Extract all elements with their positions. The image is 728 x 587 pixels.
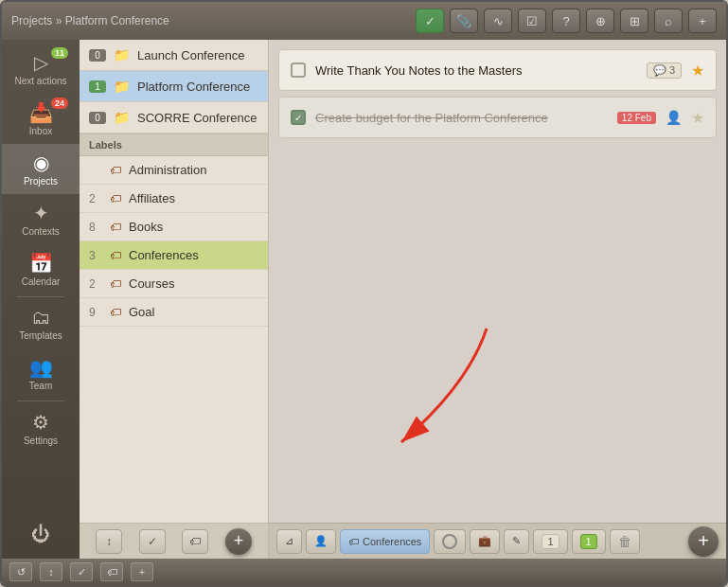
- courses-tag-icon: 🏷: [110, 277, 121, 291]
- platform-folder-icon: 📁: [114, 79, 130, 94]
- scorre-label: SCORRE Conference: [137, 111, 257, 125]
- refresh-btn[interactable]: ↺: [9, 562, 32, 581]
- panel-add-btn[interactable]: +: [225, 528, 252, 555]
- toolbar: Projects » Platform Conference ✓ 📎 ∿ ☑ ?…: [2, 2, 726, 40]
- num-green-btn[interactable]: 1: [572, 529, 606, 554]
- sidebar-item-templates[interactable]: 🗂 Templates: [2, 299, 80, 348]
- task-checkbox-2[interactable]: ✓: [291, 110, 306, 125]
- project-item-platform[interactable]: 1 📁 Platform Conference: [80, 71, 268, 102]
- toolbar-grid-btn[interactable]: ⊞: [620, 9, 648, 33]
- task-item-write-thank-you[interactable]: Write Thank You Notes to the Masters 💬 3…: [278, 49, 717, 91]
- sidebar-label-calendar: Calendar: [22, 276, 61, 287]
- project-item-scorre[interactable]: 0 📁 SCORRE Conference: [80, 102, 268, 133]
- goal-tag-icon: 🏷: [110, 306, 121, 319]
- templates-icon: 🗂: [31, 307, 50, 329]
- trash-icon: 🗑: [618, 534, 631, 549]
- courses-label: Courses: [129, 276, 174, 291]
- edit-icon: ✎: [512, 535, 521, 547]
- label-item-conferences[interactable]: 3 🏷 Conferences: [80, 241, 268, 270]
- project-panel-bottom: ↕ ✓ 🏷 +: [80, 523, 268, 559]
- main-layout: ▷ 11 Next actions 📥 24 Inbox ◉ Projects …: [2, 40, 726, 559]
- status-add-btn[interactable]: +: [131, 562, 153, 581]
- launch-badge: 0: [89, 49, 106, 62]
- task-star-2[interactable]: ★: [691, 109, 704, 127]
- settings-icon: ⚙: [32, 411, 49, 434]
- sidebar-item-projects[interactable]: ◉ Projects: [2, 144, 80, 194]
- toolbar-search-btn[interactable]: ⌕: [654, 9, 683, 33]
- trash-btn[interactable]: 🗑: [610, 529, 640, 554]
- label-item-books[interactable]: 8 🏷 Books: [80, 213, 268, 241]
- status-tag-btn[interactable]: 🏷: [100, 562, 123, 581]
- conferences-tag-icon: 🏷: [110, 249, 121, 262]
- toolbar-plus-btn[interactable]: +: [688, 9, 717, 33]
- breadcrumb-current: Platform Conference: [65, 14, 169, 27]
- affiliates-tag-icon: 🏷: [110, 192, 121, 205]
- task-date-badge: 12 Feb: [617, 112, 656, 124]
- content-add-btn[interactable]: +: [688, 526, 719, 557]
- task-text-1: Write Thank You Notes to the Masters: [315, 63, 637, 78]
- goal-label: Goal: [129, 305, 154, 319]
- books-tag-icon: 🏷: [110, 221, 121, 234]
- sidebar-item-contexts[interactable]: ✦ Contexts: [2, 194, 80, 244]
- label-item-goal[interactable]: 9 🏷 Goal: [80, 298, 268, 327]
- task-star-1[interactable]: ★: [691, 62, 704, 80]
- sidebar-label-settings: Settings: [24, 436, 58, 446]
- content-area: Write Thank You Notes to the Masters 💬 3…: [269, 40, 726, 559]
- task-list: Write Thank You Notes to the Masters 💬 3…: [269, 40, 726, 291]
- label-item-affiliates[interactable]: 2 🏷 Affiliates: [80, 185, 268, 213]
- sidebar-label-projects: Projects: [24, 176, 58, 187]
- sidebar-item-next-actions[interactable]: ▷ 11 Next actions: [2, 44, 80, 94]
- sort-btn[interactable]: ↕: [40, 562, 62, 581]
- toolbar-help-btn[interactable]: ?: [552, 9, 580, 33]
- breadcrumb-projects[interactable]: Projects: [11, 14, 52, 27]
- person-icon: 👤: [314, 535, 328, 547]
- sidebar-item-power[interactable]: ⏻: [2, 516, 80, 555]
- conferences-label: Conferences: [129, 248, 199, 262]
- annotation-area: [269, 291, 726, 523]
- labels-section: Labels 🏷 Administration 2 🏷 Affiliates 8…: [80, 133, 268, 523]
- sidebar-divider-2: [17, 400, 63, 401]
- label-item-courses[interactable]: 2 🏷 Courses: [80, 270, 268, 298]
- num-1-btn[interactable]: 1: [533, 529, 567, 554]
- person-filter-btn[interactable]: 👤: [306, 529, 336, 554]
- admin-tag-icon: 🏷: [110, 164, 121, 177]
- project-item-launch[interactable]: 0 📁 Launch Conference: [80, 40, 268, 71]
- briefcase-btn[interactable]: 💼: [470, 529, 500, 554]
- task-checkbox-1[interactable]: [291, 62, 306, 78]
- sidebar-label-templates: Templates: [19, 330, 62, 341]
- sidebar-item-team[interactable]: 👥 Team: [2, 348, 80, 399]
- panel-sort-btn[interactable]: ↕: [96, 529, 122, 554]
- panel-tag-btn[interactable]: 🏷: [182, 529, 208, 554]
- affiliates-num: 2: [89, 192, 102, 205]
- launch-folder-icon: 📁: [114, 47, 130, 62]
- toolbar-globe-btn[interactable]: ⊕: [586, 9, 614, 33]
- projects-icon: ◉: [33, 151, 49, 174]
- circle-btn[interactable]: [434, 529, 466, 554]
- scorre-badge: 0: [89, 112, 106, 124]
- conferences-filter-btn[interactable]: 🏷 Conferences: [340, 529, 430, 554]
- badge-num: 3: [669, 64, 675, 76]
- toolbar-clip-btn[interactable]: 📎: [450, 9, 478, 33]
- scorre-folder-icon: 📁: [114, 110, 130, 125]
- annotation-arrow-svg: [345, 310, 534, 480]
- task-item-create-budget[interactable]: ✓ Create budget for the Platform Confere…: [278, 97, 717, 138]
- task-person-icon: 👤: [666, 110, 682, 125]
- books-num: 8: [89, 221, 102, 234]
- toolbar-check-btn[interactable]: ✓: [416, 9, 444, 33]
- content-bottom-bar: ⊿ 👤 🏷 Conferences 💼 ✎: [269, 523, 726, 559]
- panel-check-btn[interactable]: ✓: [139, 529, 166, 554]
- toolbar-checkbox-btn[interactable]: ☑: [518, 9, 546, 33]
- edit-btn[interactable]: ✎: [504, 529, 529, 554]
- filter-icon: ⊿: [285, 535, 293, 547]
- sidebar-item-calendar[interactable]: 📅 Calendar: [2, 244, 80, 294]
- next-actions-badge: 11: [51, 47, 68, 59]
- status-check-btn[interactable]: ✓: [70, 562, 93, 581]
- sidebar-item-inbox[interactable]: 📥 24 Inbox: [2, 94, 80, 144]
- sidebar-item-settings[interactable]: ⚙ Settings: [2, 403, 80, 454]
- filter-btn[interactable]: ⊿: [276, 529, 302, 554]
- toolbar-wave-btn[interactable]: ∿: [484, 9, 512, 33]
- goal-num: 9: [89, 306, 102, 319]
- label-item-administration[interactable]: 🏷 Administration: [80, 156, 268, 185]
- breadcrumb-separator: »: [56, 14, 65, 27]
- affiliates-label: Affiliates: [129, 191, 175, 205]
